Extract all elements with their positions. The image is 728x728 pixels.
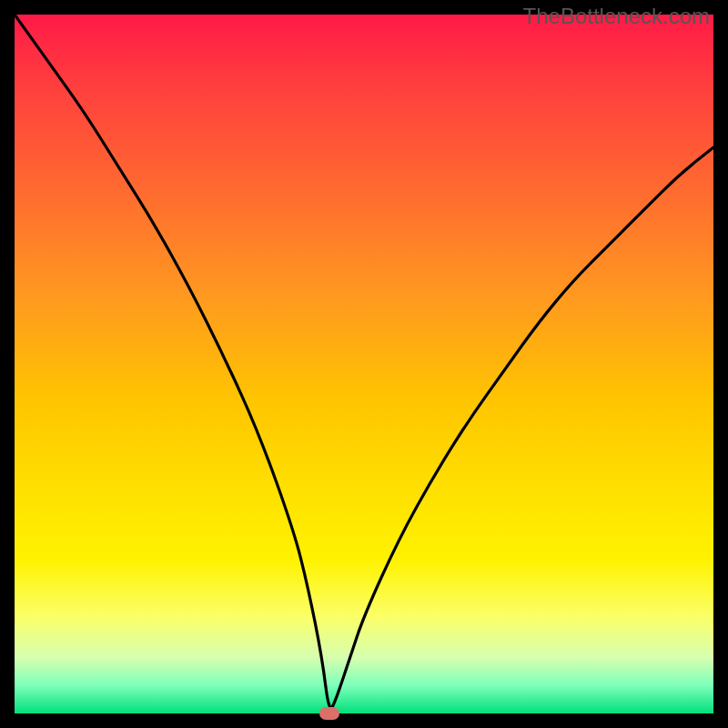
bottleneck-curve [15,15,713,713]
optimal-point-marker [319,707,339,720]
watermark-text: TheBottleneck.com [523,4,710,29]
chart-plot-area [15,15,713,713]
